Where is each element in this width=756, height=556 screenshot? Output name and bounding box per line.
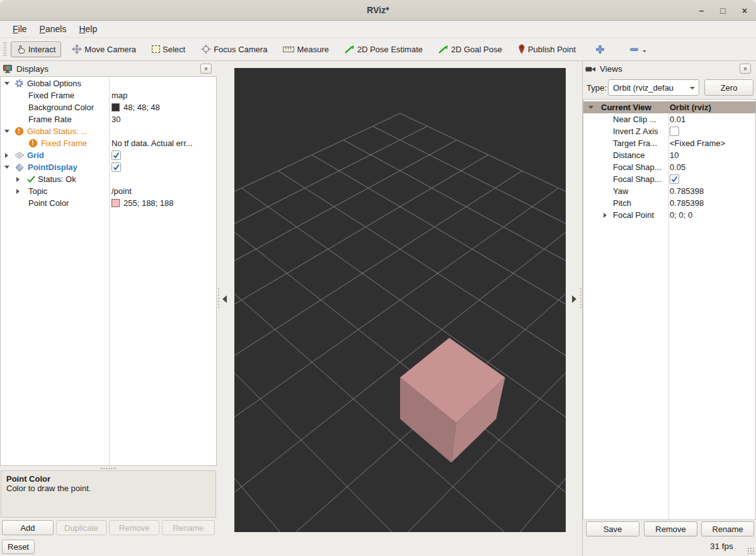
splitter-handle[interactable] [217,287,220,309]
tool-label: Interact [28,45,55,54]
pitch-value[interactable]: 0.785398 [670,197,704,209]
rename-view-button[interactable]: Rename [701,521,754,536]
tree-row-global-status[interactable]: ! Global Status: ... [1,125,216,137]
displays-panel-header[interactable]: Displays × [3,62,214,76]
maximize-button[interactable]: □ [720,6,725,15]
tree-row-fixed-frame[interactable]: Fixed Frame map [1,89,216,101]
tree-row-near-clip[interactable]: Near Clip ... 0.01 [583,113,755,125]
color-swatch [112,103,120,111]
tool-publish-point[interactable]: Publish Point [513,42,581,57]
gear-icon [14,79,24,88]
menu-file[interactable]: File [6,22,33,36]
yaw-value[interactable]: 0.785398 [670,185,704,197]
tool-move-camera[interactable]: Move Camera [67,42,141,57]
chevron-down-icon [643,50,646,54]
duplicate-button[interactable]: Duplicate [56,520,106,535]
views-close-icon[interactable]: × [740,64,751,74]
displays-close-icon[interactable]: × [200,64,212,74]
tree-row-pitch[interactable]: Pitch 0.785398 [583,197,755,209]
point-display-enabled-checkbox[interactable] [112,161,121,173]
remove-tool-button[interactable] [624,42,651,57]
expander-right-icon[interactable] [16,189,20,194]
tool-label: Move Camera [84,45,136,54]
tool-focus-camera[interactable]: Focus Camera [196,42,272,57]
tree-row-focal-shape-size[interactable]: Focal Shap... 0.05 [583,161,755,173]
add-button[interactable]: Add [2,520,54,535]
tool-measure[interactable]: Measure [278,42,334,57]
color-swatch [112,199,120,207]
focal-shape-size-value[interactable]: 0.05 [670,161,685,173]
tree-row-status-fixed-frame[interactable]: ! Fixed Frame No tf data. Actual err... [1,137,216,149]
expander-right-icon[interactable] [5,153,8,158]
expander-down-icon[interactable] [4,82,9,85]
fixed-frame-value[interactable]: map [112,89,127,101]
invert-z-checkbox[interactable] [670,125,679,137]
minimize-button[interactable]: – [699,6,704,15]
tree-row-focal-shape-fixed[interactable]: Focal Shap... [583,173,755,185]
expander-right-icon[interactable] [604,213,607,218]
tree-row-background-color[interactable]: Background Color 48; 48; 48 [1,101,216,113]
toolbar-drag-handle[interactable] [3,42,7,57]
tree-row-target-frame[interactable]: Target Fra... <Fixed Frame> [583,137,755,149]
rename-button[interactable]: Rename [162,520,215,535]
collapse-right-icon[interactable] [572,295,576,303]
view-class-value: Orbit (rviz) [670,101,711,113]
fps-counter: 31 fps [710,542,733,551]
topic-value[interactable]: /point [112,185,132,197]
distance-value[interactable]: 10 [670,149,679,161]
menu-help[interactable]: Help [72,22,103,36]
tree-row-status-ok[interactable]: Status: Ok [1,173,216,185]
save-view-button[interactable]: Save [586,521,639,536]
expander-down-icon[interactable] [4,166,9,169]
menu-panels[interactable]: Panels [33,22,73,36]
background-color-value[interactable]: 48; 48; 48 [112,101,160,113]
grid-enabled-checkbox[interactable] [112,149,121,161]
tree-row-point-color[interactable]: Point Color 255; 188; 188 [1,197,216,209]
target-frame-value[interactable]: <Fixed Frame> [670,137,725,149]
tree-row-yaw[interactable]: Yaw 0.785398 [583,185,755,197]
focal-shape-checkbox[interactable] [670,173,679,185]
add-tool-button[interactable] [590,42,610,57]
tree-row-current-view[interactable]: Current View Orbit (rviz) [583,101,755,113]
3d-viewport[interactable] [234,68,566,532]
tree-row-topic[interactable]: Topic /point [1,185,216,197]
tool-select[interactable]: Select [147,42,190,57]
near-clip-value[interactable]: 0.01 [670,113,685,125]
horizontal-splitter[interactable] [0,466,217,470]
views-panel-header[interactable]: Views × [585,62,753,76]
tree-row-global-options[interactable]: Global Options [1,77,216,89]
tree-row-frame-rate[interactable]: Frame Rate 30 [1,113,216,125]
tree-row-invert-z-axis[interactable]: Invert Z Axis [583,125,755,137]
remove-button[interactable]: Remove [109,520,159,535]
window-controls: – □ × [699,0,747,21]
titlebar[interactable]: RViz* – □ × [0,0,756,21]
tool-2d-goal-pose[interactable]: 2D Goal Pose [433,42,507,57]
expander-right-icon[interactable] [16,177,20,182]
tree-row-focal-point[interactable]: Focal Point 0; 0; 0 [583,209,755,221]
close-button[interactable]: × [742,6,747,15]
ruler-icon [283,47,294,52]
reset-button[interactable]: Reset [2,540,35,554]
tree-row-grid[interactable]: Grid [1,149,216,161]
tree-row-distance[interactable]: Distance 10 [583,149,755,161]
frame-rate-value[interactable]: 30 [112,113,120,125]
focal-point-value[interactable]: 0; 0; 0 [670,209,692,221]
expander-down-icon[interactable] [588,106,593,109]
zero-button[interactable]: Zero [704,79,753,96]
monitor-icon [3,64,13,74]
expander-down-icon[interactable] [4,130,9,133]
resize-grip[interactable] [747,547,755,555]
displays-panel-title: Displays [16,64,49,74]
views-panel: Views × Type: Orbit (rviz_defau Zero Cur… [583,61,756,556]
grid-icon [14,152,25,159]
tool-interact[interactable]: Interact [11,42,61,57]
toolbar: Interact Move Camera Select Focus Camera [0,38,756,61]
video-camera-icon [585,65,596,73]
remove-view-button[interactable]: Remove [644,521,697,536]
tool-2d-pose-estimate[interactable]: 2D Pose Estimate [340,42,428,57]
view-type-combobox[interactable]: Orbit (rviz_defau [608,79,699,96]
tree-row-point-display[interactable]: PointDisplay [1,161,216,173]
point-color-value[interactable]: 255; 188; 188 [112,197,174,209]
rviz-window: { "window": { "title": "RViz*", "control… [0,0,756,556]
collapse-left-icon[interactable] [222,295,227,303]
